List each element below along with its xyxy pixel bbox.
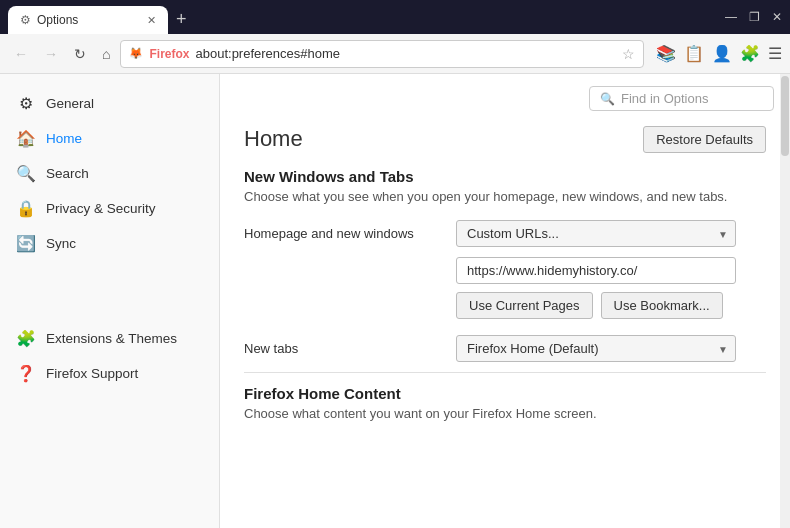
section1-title: New Windows and Tabs <box>244 168 766 185</box>
sidebar-item-support[interactable]: ❓ Firefox Support <box>0 356 219 391</box>
sidebar-item-general-label: General <box>46 96 94 111</box>
home-icon: 🏠 <box>16 129 36 148</box>
section2-desc: Choose what content you want on your Fir… <box>244 406 766 421</box>
section-new-windows: New Windows and Tabs Choose what you see… <box>244 168 766 362</box>
extensions-icon[interactable]: 🧩 <box>740 44 760 63</box>
homepage-button-row: Use Current Pages Use Bookmark... <box>456 292 766 319</box>
support-icon: ❓ <box>16 364 36 383</box>
toolbar-icons: 📚 📋 👤 🧩 ☰ <box>656 44 782 63</box>
tab-title: Options <box>37 13 78 27</box>
main-container: ⚙ General 🏠 Home 🔍 Search 🔒 Privacy & Se… <box>0 74 790 528</box>
tab-bar: ⚙ Options ✕ + <box>8 0 717 34</box>
sidebar: ⚙ General 🏠 Home 🔍 Search 🔒 Privacy & Se… <box>0 74 220 528</box>
homepage-label: Homepage and new windows <box>244 226 444 241</box>
account-icon[interactable]: 👤 <box>712 44 732 63</box>
sidebar-item-sync-label: Sync <box>46 236 76 251</box>
content-area: 🔍 Find in Options Restore Defaults Home … <box>220 74 790 528</box>
new-tabs-label: New tabs <box>244 341 444 356</box>
find-in-options-label: Find in Options <box>621 91 708 106</box>
window-close-button[interactable]: ✕ <box>772 10 782 24</box>
restore-button[interactable]: ❐ <box>749 10 760 24</box>
homepage-select-wrapper: Custom URLs... Firefox Home (Default) Bl… <box>456 220 736 247</box>
navbar: ← → ↻ ⌂ 🦊 Firefox about:preferences#home… <box>0 34 790 74</box>
sidebar-item-search[interactable]: 🔍 Search <box>0 156 219 191</box>
sidebar-item-privacy[interactable]: 🔒 Privacy & Security <box>0 191 219 226</box>
new-tabs-select-wrapper: Firefox Home (Default) Blank Page ▼ <box>456 335 736 362</box>
homepage-select[interactable]: Custom URLs... Firefox Home (Default) Bl… <box>456 220 736 247</box>
library-icon[interactable]: 📚 <box>656 44 676 63</box>
use-bookmark-button[interactable]: Use Bookmark... <box>601 292 723 319</box>
sync-icon: 🔄 <box>16 234 36 253</box>
new-tabs-select[interactable]: Firefox Home (Default) Blank Page <box>456 335 736 362</box>
sidebar-item-home[interactable]: 🏠 Home <box>0 121 219 156</box>
back-button[interactable]: ← <box>8 42 34 66</box>
general-icon: ⚙ <box>16 94 36 113</box>
sidebar-item-home-label: Home <box>46 131 82 146</box>
homepage-url-input[interactable] <box>456 257 736 284</box>
titlebar: ⚙ Options ✕ + — ❐ ✕ <box>0 0 790 34</box>
reload-button[interactable]: ↻ <box>68 42 92 66</box>
window-controls: — ❐ ✕ <box>725 10 782 24</box>
tab-icon: ⚙ <box>20 13 31 27</box>
options-tab[interactable]: ⚙ Options ✕ <box>8 6 168 34</box>
lock-icon: 🔒 <box>16 199 36 218</box>
section-firefox-home-content: Firefox Home Content Choose what content… <box>244 372 766 421</box>
tab-close-button[interactable]: ✕ <box>147 14 156 27</box>
browser-name: Firefox <box>149 47 189 61</box>
find-in-options-bar[interactable]: 🔍 Find in Options <box>589 86 774 111</box>
section1-desc: Choose what you see when you open your h… <box>244 189 766 204</box>
extensions-sidebar-icon: 🧩 <box>16 329 36 348</box>
menu-icon[interactable]: ☰ <box>768 44 782 63</box>
minimize-button[interactable]: — <box>725 10 737 24</box>
forward-button[interactable]: → <box>38 42 64 66</box>
restore-defaults-button[interactable]: Restore Defaults <box>643 126 766 153</box>
find-search-icon: 🔍 <box>600 92 615 106</box>
sidebar-item-extensions-label: Extensions & Themes <box>46 331 177 346</box>
synced-tabs-icon[interactable]: 📋 <box>684 44 704 63</box>
bookmark-star-icon[interactable]: ☆ <box>622 46 635 62</box>
homepage-row: Homepage and new windows Custom URLs... … <box>244 220 766 247</box>
section2-title: Firefox Home Content <box>244 385 766 402</box>
new-tab-button[interactable]: + <box>168 5 195 34</box>
sidebar-item-support-label: Firefox Support <box>46 366 138 381</box>
new-tabs-row: New tabs Firefox Home (Default) Blank Pa… <box>244 335 766 362</box>
use-current-pages-button[interactable]: Use Current Pages <box>456 292 593 319</box>
sidebar-item-sync[interactable]: 🔄 Sync <box>0 226 219 261</box>
search-icon: 🔍 <box>16 164 36 183</box>
home-button[interactable]: ⌂ <box>96 42 116 66</box>
url-input-wrapper <box>456 257 766 284</box>
scrollbar[interactable] <box>780 74 790 528</box>
scrollbar-thumb[interactable] <box>781 76 789 156</box>
sidebar-item-privacy-label: Privacy & Security <box>46 201 156 216</box>
address-text: about:preferences#home <box>195 46 616 61</box>
sidebar-item-general[interactable]: ⚙ General <box>0 86 219 121</box>
sidebar-item-extensions[interactable]: 🧩 Extensions & Themes <box>0 321 219 356</box>
firefox-icon: 🦊 <box>129 47 143 60</box>
sidebar-item-search-label: Search <box>46 166 89 181</box>
address-bar[interactable]: 🦊 Firefox about:preferences#home ☆ <box>120 40 644 68</box>
